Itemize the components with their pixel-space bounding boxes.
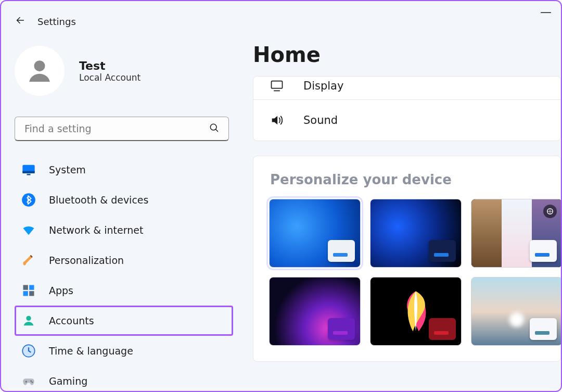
person-icon	[21, 313, 36, 328]
sidebar-item-personalization[interactable]: Personalization	[15, 245, 233, 275]
quick-setting-sound[interactable]: Sound	[253, 99, 560, 141]
svg-rect-17	[26, 381, 27, 383]
svg-rect-7	[23, 285, 28, 290]
search-input[interactable]: Find a setting	[15, 117, 229, 141]
sidebar-item-label: Gaming	[49, 375, 87, 387]
theme-swatch	[530, 240, 557, 262]
titlebar: Settings	[1, 1, 561, 31]
sidebar-item-system[interactable]: System	[15, 155, 233, 185]
sidebar-item-time[interactable]: Time & language	[15, 336, 233, 366]
svg-rect-9	[23, 291, 28, 296]
svg-point-11	[26, 316, 31, 321]
sidebar-item-label: Bluetooth & devices	[49, 194, 148, 206]
svg-rect-18	[272, 81, 283, 88]
svg-point-0	[34, 60, 45, 71]
svg-point-15	[32, 382, 33, 383]
svg-rect-4	[22, 171, 34, 173]
quick-setting-display[interactable]: Display	[253, 77, 560, 99]
spotlight-icon	[543, 205, 557, 218]
svg-rect-5	[27, 174, 31, 175]
sidebar-item-label: Accounts	[49, 315, 94, 326]
theme-swatch	[328, 240, 355, 262]
svg-rect-10	[29, 291, 34, 296]
avatar	[15, 46, 65, 96]
apps-icon	[21, 283, 36, 298]
gamepad-icon	[21, 373, 36, 389]
paintbrush-icon	[21, 252, 36, 268]
clock-icon	[21, 343, 36, 359]
settings-window: — Settings Test Local Account Find a set…	[0, 0, 562, 392]
main-panel: Home Display Sound Personalize your devi…	[253, 46, 561, 391]
sidebar-item-apps[interactable]: Apps	[15, 275, 233, 306]
theme-option[interactable]	[370, 277, 462, 346]
theme-swatch	[530, 318, 557, 340]
theme-option[interactable]	[269, 199, 361, 268]
svg-point-14	[30, 381, 32, 382]
svg-point-6	[22, 193, 35, 207]
minimize-button[interactable]: —	[540, 5, 552, 18]
nav: System Bluetooth & devices Network & int…	[15, 155, 233, 392]
sidebar: Test Local Account Find a setting System	[15, 46, 233, 391]
quick-settings-card: Display Sound	[253, 76, 561, 141]
personalize-heading: Personalize your device	[270, 172, 545, 187]
wifi-icon	[21, 222, 36, 238]
quick-setting-label: Sound	[303, 114, 338, 127]
monitor-icon	[21, 162, 36, 178]
sidebar-item-gaming[interactable]: Gaming	[15, 366, 233, 392]
theme-swatch	[328, 318, 355, 340]
search-icon	[209, 122, 219, 135]
sidebar-item-network[interactable]: Network & internet	[15, 215, 233, 245]
quick-setting-label: Display	[303, 80, 343, 92]
back-button[interactable]	[15, 15, 26, 28]
personalize-card: Personalize your device	[253, 156, 561, 362]
sidebar-item-accounts[interactable]: Accounts	[15, 306, 233, 336]
user-subtitle: Local Account	[79, 72, 140, 83]
theme-swatch	[429, 318, 456, 340]
bluetooth-icon	[21, 192, 36, 208]
theme-option[interactable]	[471, 199, 562, 268]
sidebar-item-label: Time & language	[49, 345, 133, 357]
theme-grid	[269, 199, 545, 346]
window-title: Settings	[37, 16, 76, 27]
theme-swatch	[429, 240, 456, 262]
user-block[interactable]: Test Local Account	[15, 46, 233, 96]
sidebar-item-label: Apps	[49, 285, 73, 296]
theme-option[interactable]	[471, 277, 562, 346]
speaker-icon	[269, 112, 285, 128]
theme-option[interactable]	[370, 199, 462, 268]
sidebar-item-bluetooth[interactable]: Bluetooth & devices	[15, 185, 233, 215]
sidebar-item-label: Network & internet	[49, 224, 143, 236]
svg-line-2	[215, 129, 218, 131]
user-name: Test	[79, 59, 140, 72]
page-title: Home	[253, 43, 561, 67]
svg-rect-8	[29, 285, 34, 290]
theme-option[interactable]	[269, 277, 361, 346]
monitor-icon	[269, 78, 285, 94]
sidebar-item-label: System	[49, 164, 86, 175]
search-placeholder: Find a setting	[24, 123, 92, 134]
sidebar-item-label: Personalization	[49, 255, 124, 266]
